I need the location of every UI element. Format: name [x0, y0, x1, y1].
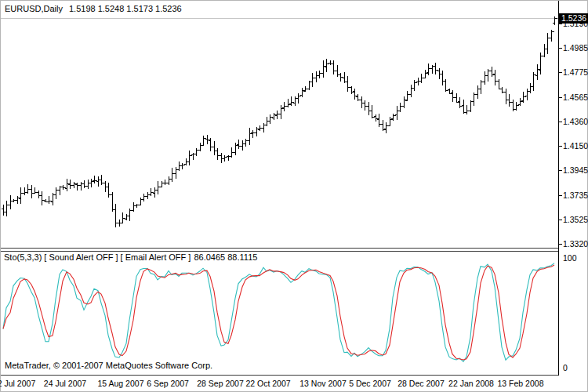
- indicator-axis-label: 100: [563, 253, 577, 263]
- date-axis-label: 2 Jul 2007: [0, 379, 35, 388]
- current-price-flag: 1.5236: [559, 13, 588, 24]
- indicator-axis-label: 0: [563, 363, 568, 372]
- price-axis-label: 1.4150: [563, 141, 588, 151]
- chart-window: EURUSD,Daily1.5198 1.5248 1.5173 1.5236 …: [0, 0, 588, 392]
- price-axis-label: 1.3525: [563, 215, 588, 224]
- price-axis-label: 1.4985: [563, 43, 588, 53]
- price-axis-label: 1.3320: [563, 239, 588, 249]
- copyright-label: MetaTrader, © 2001-2007 MetaQuotes Softw…: [5, 361, 212, 370]
- indicator-label: Sto(5,3,3) [ Sound Alert OFF ] [ Email A…: [4, 252, 191, 262]
- date-scale[interactable]: 2 Jul 200724 Jul 200715 Aug 20076 Sep 20…: [0, 377, 588, 392]
- date-axis-label: 22 Jan 2008: [448, 379, 494, 388]
- price-axis-label: 1.4775: [563, 67, 588, 77]
- date-axis-label: 28 Dec 2007: [397, 379, 445, 388]
- date-axis-label: 13 Nov 2007: [299, 379, 347, 388]
- price-axis-label: 1.3945: [563, 165, 588, 175]
- indicator-values: 86.0465 88.1115: [194, 252, 257, 262]
- date-axis-label: 5 Dec 2007: [349, 379, 391, 388]
- date-axis-label: 6 Sep 2007: [147, 379, 189, 388]
- price-axis-label: 1.4565: [563, 93, 588, 102]
- chart-title: EURUSD,Daily1.5198 1.5248 1.5173 1.5236: [5, 4, 182, 13]
- date-axis-label: 24 Jul 2007: [44, 379, 86, 388]
- indicator-scale[interactable]: 1000: [559, 249, 588, 375]
- date-axis-label: 28 Sep 2007: [197, 379, 244, 388]
- date-axis-label: 15 Aug 2007: [98, 379, 144, 388]
- date-axis-label: 13 Feb 2008: [498, 379, 544, 388]
- price-axis-label: 1.4360: [563, 117, 588, 126]
- price-axis-label: 1.3735: [563, 191, 588, 200]
- symbol-period-label: EURUSD,Daily: [5, 4, 63, 13]
- date-axis-label: 22 Oct 2007: [245, 379, 290, 388]
- indicator-title: Sto(5,3,3) [ Sound Alert OFF ] [ Email A…: [4, 252, 257, 262]
- chart-canvas[interactable]: [0, 0, 588, 392]
- ohlc-values: 1.5198 1.5248 1.5173 1.5236: [69, 4, 182, 13]
